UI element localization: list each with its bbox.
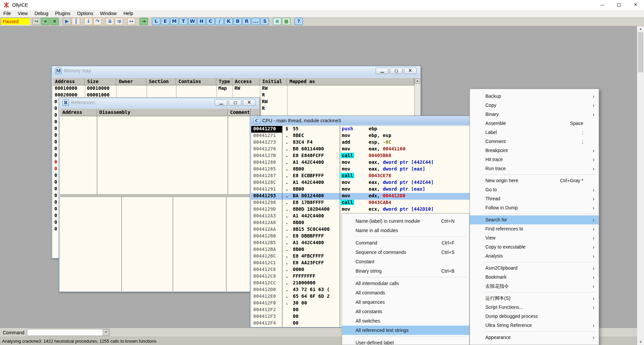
references-minimize-button[interactable] (215, 99, 227, 106)
cpu-window-button[interactable]: C (206, 18, 215, 25)
breakpoints-button[interactable]: B (233, 18, 242, 25)
memory-map-maximize-button[interactable] (390, 68, 402, 74)
maximize-button[interactable] (610, 0, 627, 10)
context-menu-go-to[interactable]: Go to› (470, 185, 599, 194)
context-menu-dump-debugged-process[interactable]: Dump debugged process (470, 312, 599, 321)
go-to-user-code-button[interactable]: → (140, 18, 148, 25)
context-menu-copy[interactable]: Copy› (470, 101, 599, 110)
context-menu-backup[interactable]: Backup› (470, 92, 599, 101)
options-button[interactable]: ≡ (273, 18, 281, 25)
menubar-item-view[interactable]: View (14, 10, 31, 17)
memory-map-cell-access[interactable]: RW (234, 85, 240, 92)
column-header-initial[interactable]: Initial (260, 78, 287, 85)
column-header-owner[interactable]: Owner (116, 78, 147, 85)
search-for-submenu-name-in-all-modules[interactable]: Name in all modules (342, 226, 469, 235)
disasm-row[interactable]: 00441271.8BECmovebp, esp (251, 133, 470, 139)
context-menu-find-references-to[interactable]: Find references to› (470, 224, 599, 233)
memory-map-button[interactable]: M (170, 18, 178, 25)
search-for-submenu-name-label-in-current-module[interactable]: Name (label) in current moduleCtrl+N (342, 216, 469, 226)
memory-map-minimize-button[interactable] (376, 68, 388, 74)
command-combobox[interactable]: ▼ (27, 329, 109, 336)
disasm-row[interactable]: 00441273.83C4 F4addesp, -0C (251, 139, 470, 146)
disasm-row[interactable]: 0044127B.E8 E848FCFFcall00405B68 (251, 153, 470, 159)
disasm-row[interactable]: 00441291.8B00moveax, dword ptr [eax] (251, 186, 470, 193)
memory-map-cell-size[interactable]: 00010000 (87, 85, 109, 92)
patches-button[interactable]: / (215, 18, 224, 25)
context-menu-s[interactable]: 运行脚本(S)› (470, 294, 599, 303)
executable-modules-button[interactable]: E (161, 18, 169, 25)
step-into-button[interactable]: ↓ (84, 18, 93, 25)
context-menu-view[interactable]: View› (470, 233, 599, 243)
search-for-submenu-all-commands[interactable]: All commands (342, 288, 469, 297)
run-trace-button[interactable]: ... (252, 18, 260, 25)
context-menu-new-origin-here[interactable]: New origin hereCtrl+Gray * (470, 176, 599, 185)
scroll-up-icon[interactable]: ▲ (415, 78, 420, 84)
disasm-row[interactable]: 00441270$55pushebp (251, 126, 470, 133)
run-button[interactable]: ▶ (63, 18, 71, 25)
context-menu-bookmark[interactable]: Bookmark› (470, 273, 599, 282)
references-maximize-button[interactable] (229, 99, 241, 106)
step-over-button[interactable]: ↷ (93, 18, 102, 25)
open-file-button[interactable]: ↪ (32, 18, 41, 25)
title-bar[interactable]: OllyICE × (0, 0, 644, 10)
animate-over-button[interactable]: ⇉ (115, 18, 123, 25)
scrollbar-thumb[interactable] (638, 32, 643, 72)
pause-button[interactable]: ║ (72, 18, 80, 25)
column-header-type[interactable]: Type (216, 78, 232, 85)
context-menu-assemble[interactable]: AssembleSpace (470, 119, 599, 128)
column-header-comment[interactable]: Comment (228, 109, 251, 116)
search-for-submenu-binary-string[interactable]: Binary stringCtrl+B (342, 266, 469, 276)
close-program-button[interactable]: × (50, 18, 59, 25)
handles-button[interactable]: H (197, 18, 206, 25)
disasm-row[interactable]: 00441293.BA D0124400movedx, 004412D0 (251, 193, 470, 200)
memory-map-cell-type[interactable]: Map (218, 85, 227, 92)
disasm-row[interactable]: 0044128C.A1 442C4400moveax, dword ptr [4… (251, 180, 470, 186)
references-button[interactable]: R (243, 18, 251, 25)
context-menu-binary[interactable]: Binary› (470, 110, 599, 119)
disasm-row[interactable]: 00441287.E8 ECBBFFFFcall0043CE78 (251, 173, 470, 180)
menubar-item-debug[interactable]: Debug (31, 10, 52, 17)
column-header-access[interactable]: Access (232, 78, 260, 85)
disasm-row[interactable]: 00441280.A1 442C4400moveax, dword ptr [4… (251, 159, 470, 166)
pane-splitter[interactable] (60, 194, 259, 197)
memory-map-title-bar[interactable]: M Memory map ✕ (52, 67, 420, 75)
execute-till-return-button[interactable]: ↦ (127, 18, 136, 25)
context-menu-appearance[interactable]: Appearance› (470, 333, 599, 342)
disasm-row[interactable]: 00441298.E8 17B8FFFFcall0043CAB4 (251, 200, 470, 206)
command-input[interactable] (28, 330, 102, 335)
column-header-mapped-as[interactable]: Mapped as (287, 78, 414, 85)
memory-map-cell-initial[interactable]: RW (262, 85, 268, 92)
disasm-row[interactable]: 0044129D.8B0D 102D4400movecx, dword ptr … (251, 206, 470, 213)
menubar-item-plugins[interactable]: Plugins (52, 10, 74, 17)
search-for-submenu-all-referenced-text-strings[interactable]: All referenced text strings (342, 326, 469, 335)
log-window-button[interactable]: L (152, 18, 160, 25)
column-header-address[interactable]: Address (60, 109, 97, 116)
disasm-row[interactable]: 00441285.8B00moveax, dword ptr [eax] (251, 166, 470, 173)
context-menu-search-for[interactable]: Search for› (470, 215, 599, 224)
close-button[interactable]: × (627, 0, 644, 10)
search-for-submenu-all-switches[interactable]: All switches (342, 316, 469, 326)
menubar-item-file[interactable]: File (0, 10, 14, 17)
menubar-item-window[interactable]: Window (97, 10, 120, 17)
column-header-contains[interactable]: Contains (176, 78, 216, 85)
search-for-submenu-sequence-of-commands[interactable]: Sequence of commandsCtrl+S (342, 248, 469, 257)
search-for-submenu-all-constants[interactable]: All constants (342, 307, 469, 316)
vertical-scrollbar[interactable]: ▲ ▼ (637, 26, 644, 345)
threads-button[interactable]: T (179, 18, 187, 25)
disasm-row[interactable]: 00441276.B8 60114400moveax, 00441160 (251, 146, 470, 153)
memory-map-cell-initial[interactable]: RW (262, 99, 268, 106)
context-menu-copy-to-executable[interactable]: Copy to executable› (470, 243, 599, 252)
context-menu-label[interactable]: Label: (470, 128, 599, 137)
column-header-disassembly[interactable]: Disassembly (97, 109, 228, 116)
context-menu-asm2clipboard[interactable]: Asm2Clipboard› (470, 264, 599, 273)
source-button[interactable]: S (261, 18, 269, 25)
context-menu-comment[interactable]: Comment; (470, 137, 599, 146)
memory-map-cell-address[interactable]: 00010000 (55, 85, 77, 92)
context-menu-follow-in-dump[interactable]: Follow in Dump› (470, 203, 599, 212)
context-menu-analysis[interactable]: Analysis› (470, 252, 599, 261)
windows-button[interactable]: W (188, 18, 197, 25)
references-list[interactable]: AddressDisassemblyComment ▲ (60, 109, 259, 291)
menubar-item-options[interactable]: Options (74, 10, 97, 17)
search-for-submenu-all-intermodular-calls[interactable]: All intermodular calls (342, 279, 469, 288)
references-title-bar[interactable]: R References ✕ (60, 98, 259, 107)
